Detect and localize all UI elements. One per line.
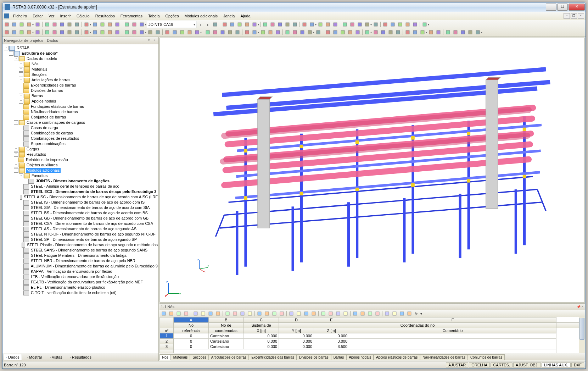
toolbar-button[interactable] [83, 29, 90, 36]
table-toolbar-button[interactable] [256, 310, 263, 317]
tree-item[interactable]: JOINTS - Dimensionamento de ligações [2, 178, 158, 184]
toolbar-button[interactable] [73, 21, 80, 28]
table-toolbar-button[interactable] [406, 310, 413, 317]
table-toolbar-button[interactable] [246, 310, 253, 317]
mdi-close-button[interactable]: × [578, 13, 584, 19]
toolbar-button[interactable] [306, 29, 313, 36]
toolbar-button[interactable] [301, 21, 308, 28]
toolbar-button[interactable] [99, 29, 106, 36]
status-pane[interactable]: GRELHA [469, 362, 490, 367]
toolbar-button[interactable] [91, 29, 99, 36]
table-toolbar-button[interactable] [278, 310, 285, 317]
toolbar-button[interactable] [291, 21, 298, 28]
toolbar-button[interactable] [411, 29, 419, 36]
tree-item[interactable]: STEEL GB - Dimensionamento de barras de … [2, 216, 158, 221]
toolbar-button[interactable] [315, 29, 322, 36]
table-toolbar-button[interactable] [239, 310, 246, 317]
table-toolbar-button[interactable] [374, 310, 381, 317]
toolbar-button[interactable] [380, 29, 387, 36]
tree-item[interactable]: +Resultados [2, 152, 158, 157]
tree-item[interactable]: Conjuntos de barras [2, 115, 158, 120]
menu-janela[interactable]: Janela [220, 13, 237, 19]
toolbar-button[interactable] [474, 29, 481, 36]
tree-item[interactable]: STEEL CSA - Dimensionamento de barras de… [2, 221, 158, 226]
table-toolbar-button[interactable] [398, 310, 405, 317]
toolbar-button[interactable] [26, 29, 33, 36]
tree-item[interactable]: STEEL SIA - Dimensionamento de barras de… [2, 205, 158, 210]
status-pane[interactable]: AJUST. OBJ. [513, 362, 541, 367]
tree-item[interactable]: STEEL BS - Dimensionamento de barras de … [2, 210, 158, 216]
menu-editar[interactable]: Editar [30, 13, 46, 19]
toolbar-button[interactable] [299, 29, 306, 36]
toolbar-button[interactable] [34, 29, 41, 36]
tree-item[interactable]: -Favoritos [2, 173, 158, 178]
toolbar-button[interactable] [243, 29, 251, 36]
tree-item[interactable]: STEEL Plastic - Dimensionamento de barra… [2, 242, 158, 248]
toolbar-button[interactable] [34, 21, 41, 28]
toolbar-button[interactable] [131, 21, 138, 28]
table-toolbar-button[interactable] [359, 310, 366, 317]
toolbar-button[interactable] [332, 21, 339, 28]
toolbar-button[interactable] [51, 29, 58, 36]
toolbar-button[interactable] [324, 21, 331, 28]
toolbar-button[interactable] [411, 21, 419, 28]
tree-item[interactable]: -Módulos adicionais [2, 168, 158, 173]
toolbar-button[interactable] [444, 29, 452, 36]
nav-tab-resultados[interactable]: Resultados [68, 354, 94, 360]
menu-ajuda[interactable]: Ajuda [237, 13, 253, 19]
table-tab[interactable]: Articulações de barras [209, 354, 249, 360]
mdi-restore-button[interactable]: ❐ [571, 13, 577, 19]
toolbar-button[interactable] [397, 21, 404, 28]
toolbar-button[interactable] [226, 29, 234, 36]
mdi-minimize-button[interactable]: – [564, 13, 570, 19]
table-tab[interactable]: Não-linearidades de barras [420, 354, 468, 360]
tree-item[interactable]: -Estrutura de apoio* [2, 51, 158, 56]
table-toolbar-button[interactable] [192, 310, 199, 317]
menu-opções[interactable]: Opções [163, 13, 182, 19]
table-toolbar-button[interactable] [214, 310, 222, 317]
toolbar-button[interactable] [123, 29, 130, 36]
toolbar-button[interactable] [339, 29, 346, 36]
table-panel-pin-icon[interactable]: 📌 [577, 305, 581, 309]
toolbar-button[interactable] [44, 29, 51, 36]
toolbar-button[interactable] [467, 29, 474, 36]
table-toolbar-button[interactable] [168, 310, 175, 317]
tree-item[interactable]: STEEL SP - Dimensionamento de barras de … [2, 237, 158, 242]
tree-item[interactable]: ALUMINUM - Dimensionamento de barras de … [2, 264, 158, 269]
tree-item[interactable]: Combinações de resultados [2, 136, 158, 141]
nav-tab-mostrar[interactable]: Mostrar [25, 354, 45, 360]
toolbar-button[interactable] [11, 21, 18, 28]
toolbar-button[interactable] [404, 21, 411, 28]
toolbar-button[interactable] [284, 29, 291, 36]
fx-icon[interactable]: fx [415, 311, 418, 316]
toolbar-button[interactable] [421, 21, 428, 28]
toolbar-button[interactable] [171, 29, 178, 36]
tree-item[interactable]: STEEL EC3 - Dimensionamento de barras de… [2, 189, 158, 194]
toolbar-button[interactable] [317, 21, 324, 28]
toolbar-button[interactable] [114, 21, 121, 28]
table-toolbar-button[interactable] [224, 310, 231, 317]
toolbar-button[interactable] [221, 21, 228, 28]
table-toolbar-button[interactable] [160, 310, 167, 317]
table-toolbar-button[interactable] [342, 310, 349, 317]
toolbar-button[interactable] [243, 21, 251, 28]
close-button[interactable]: ✕ [569, 4, 585, 11]
status-pane[interactable]: AJUSTAR [446, 362, 468, 367]
table-toolbar-button[interactable] [288, 310, 295, 317]
tree-item[interactable]: STEEL AS - Dimensionamento de barras de … [2, 226, 158, 232]
toolbar-button[interactable] [58, 21, 66, 28]
toolbar-button[interactable] [347, 29, 354, 36]
toolbar-button[interactable] [262, 21, 269, 28]
toolbar-button[interactable] [212, 21, 219, 28]
tree-item[interactable]: STEEL - Análise geral de tensões de barr… [2, 184, 158, 189]
table-toolbar-button[interactable] [327, 310, 334, 317]
tree-item[interactable]: Combinações de cargas [2, 131, 158, 136]
toolbar-button[interactable] [66, 21, 73, 28]
toolbar-button[interactable] [251, 21, 258, 28]
toolbar-button[interactable] [123, 21, 130, 28]
toolbar-button[interactable] [44, 21, 51, 28]
toolbar-button[interactable] [58, 29, 66, 36]
toolbar-button[interactable] [267, 29, 274, 36]
table-toolbar-button[interactable] [303, 310, 310, 317]
tree-item[interactable]: Não-linearidades de barras [2, 109, 158, 115]
